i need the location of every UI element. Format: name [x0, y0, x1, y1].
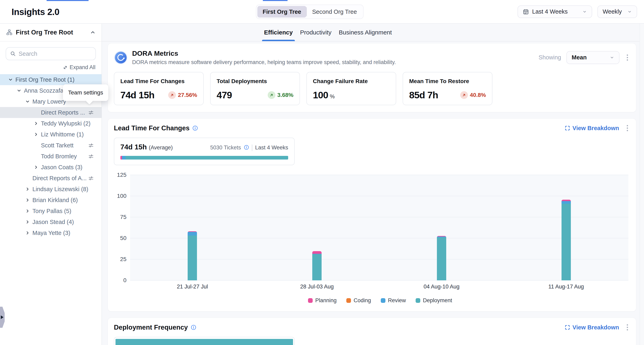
bar-04 Aug-10 Aug[interactable]: [437, 236, 446, 280]
tree-item-label: Maya Yette (3): [32, 230, 70, 236]
legend-item-coding[interactable]: Coding: [346, 297, 371, 304]
deployment-frequency-partial-bar: [116, 339, 293, 345]
org-toggle-second[interactable]: Second Org Tree: [307, 6, 362, 18]
chevron-up-icon[interactable]: [90, 30, 96, 35]
dora-cycle-icon: [114, 51, 128, 64]
gridline: [130, 175, 628, 175]
loading-bar-segment: [263, 0, 288, 1]
metric-card-title: Change Failure Rate: [313, 78, 390, 84]
tree-item[interactable]: Direct Reports of A...: [0, 173, 102, 184]
metric-card-value: 100%: [313, 90, 334, 100]
tree-item-label: Todd Bromley: [41, 153, 77, 160]
org-toggle-first[interactable]: First Org Tree: [257, 6, 306, 18]
info-icon[interactable]: [192, 125, 198, 131]
expand-breakdown-icon: [565, 126, 570, 131]
chevron-right-icon[interactable]: [25, 198, 32, 202]
kebab-menu-icon[interactable]: [625, 53, 630, 62]
tooltip-text: Team settings: [68, 90, 103, 96]
view-breakdown-button[interactable]: View Breakdown: [565, 324, 619, 331]
chevron-down-icon[interactable]: [8, 77, 16, 82]
chevron-right-icon[interactable]: [25, 220, 32, 224]
gridline: [130, 196, 628, 196]
x-axis-tick-label: 28 Jul-03 Aug: [300, 284, 334, 290]
loading-bar-segment: [46, 0, 88, 1]
tree-item[interactable]: Direct Reports ...: [0, 107, 102, 118]
tree-item[interactable]: Teddy Wylupski (2): [0, 118, 102, 129]
tab-efficiency[interactable]: Efficiency: [264, 24, 293, 41]
insights-dashboard: Insights 2.0 First Org Tree Second Org T…: [0, 0, 644, 345]
bar-11 Aug-17 Aug[interactable]: [562, 200, 571, 280]
bar-segment: [188, 232, 197, 236]
expand-all-button[interactable]: Expand All: [63, 64, 96, 70]
legend-swatch: [308, 298, 313, 303]
metric-card-unit: %: [330, 94, 334, 100]
period-select[interactable]: Last 4 Weeks: [518, 6, 592, 18]
expand-all-icon: [63, 65, 68, 70]
x-axis-tick-label: 21 Jul-27 Jul: [177, 284, 208, 290]
expand-arrow-icon: [1, 316, 4, 319]
legend-label: Planning: [315, 297, 336, 304]
tree-item[interactable]: Tony Pallas (5): [0, 206, 102, 216]
tab-business-alignment[interactable]: Business Alignment: [339, 24, 392, 41]
tree-item-label: First Org Tree Root (1): [16, 76, 74, 83]
lead-time-summary-card: 74d 15h (Average) 5030 Tickets Last 4 We…: [114, 138, 295, 165]
trend-badge: 3.68%: [268, 91, 294, 99]
view-breakdown-button[interactable]: View Breakdown: [565, 125, 619, 132]
team-settings-icon[interactable]: [88, 110, 94, 115]
bar-21 Jul-27 Jul[interactable]: [188, 231, 197, 280]
tree-item-label: Direct Reports of A...: [32, 175, 87, 182]
tree-item-label: Tony Pallas (5): [32, 208, 71, 214]
search-input[interactable]: [19, 50, 95, 57]
gridline: [130, 238, 628, 238]
chevron-right-icon[interactable]: [25, 208, 32, 214]
scrollbar[interactable]: [640, 24, 644, 345]
search-box: [6, 47, 96, 60]
team-settings-icon[interactable]: [88, 175, 94, 181]
tree-item-label: Brian Kirkland (6): [32, 197, 78, 204]
lead-time-chart: 0255075100125 21 Jul-27 Jul28 Jul-03 Aug…: [114, 175, 630, 304]
metric-card: Total Deployments4793.68%: [210, 72, 300, 105]
x-axis-tick-label: 04 Aug-10 Aug: [424, 284, 460, 290]
tree-item[interactable]: Jason Stead (4): [0, 216, 102, 228]
search-icon: [10, 51, 16, 56]
chevron-right-icon[interactable]: [34, 132, 41, 137]
granularity-select[interactable]: Weekly: [598, 6, 637, 18]
tree-item[interactable]: Liz Whittome (1): [0, 129, 102, 140]
chevron-down-icon[interactable]: [25, 99, 32, 104]
legend-item-deployment[interactable]: Deployment: [416, 297, 452, 304]
summary-bar-segment-planning: [120, 156, 122, 160]
chevron-right-icon[interactable]: [34, 165, 41, 170]
chevron-right-icon[interactable]: [25, 230, 32, 235]
bar-28 Jul-03 Aug[interactable]: [312, 251, 322, 280]
tree-item[interactable]: Jason Coats (3): [0, 162, 102, 173]
tree-item[interactable]: First Org Tree Root (1): [0, 74, 102, 85]
tab-productivity[interactable]: Productivity: [300, 24, 332, 41]
chevron-right-icon[interactable]: [25, 187, 32, 192]
kebab-menu-icon[interactable]: [625, 124, 630, 132]
legend-item-planning[interactable]: Planning: [308, 297, 336, 304]
metric-card-value: 85d 7h: [409, 90, 438, 100]
trend-up-icon: [168, 91, 176, 99]
chevron-down-icon[interactable]: [16, 88, 24, 93]
legend-item-review[interactable]: Review: [381, 297, 406, 304]
tree-item[interactable]: Lindsay Liszewski (8): [0, 184, 102, 194]
bar-segment: [312, 251, 322, 254]
tree-item-label: Direct Reports ...: [41, 109, 85, 116]
chart-x-labels: 21 Jul-27 Jul28 Jul-03 Aug04 Aug-10 Aug1…: [130, 284, 628, 292]
tree-item[interactable]: Maya Yette (3): [0, 228, 102, 238]
tree-item[interactable]: Scott Tarkett: [0, 140, 102, 151]
info-icon[interactable]: [191, 324, 196, 330]
info-icon[interactable]: [244, 145, 249, 151]
aggregation-select[interactable]: Mean: [566, 51, 620, 64]
page-title: Insights 2.0: [12, 0, 59, 24]
y-axis-tick-label: 125: [114, 172, 126, 178]
chevron-right-icon[interactable]: [34, 121, 41, 126]
team-settings-icon[interactable]: [88, 142, 94, 148]
summary-bar-segment-deployment: [126, 156, 288, 160]
calendar-icon: [523, 9, 529, 15]
tree-item[interactable]: Brian Kirkland (6): [0, 194, 102, 206]
kebab-menu-icon[interactable]: [625, 323, 630, 332]
tree-item[interactable]: Todd Bromley: [0, 151, 102, 162]
summary-period: Last 4 Weeks: [255, 144, 288, 151]
team-settings-icon[interactable]: [88, 154, 94, 159]
